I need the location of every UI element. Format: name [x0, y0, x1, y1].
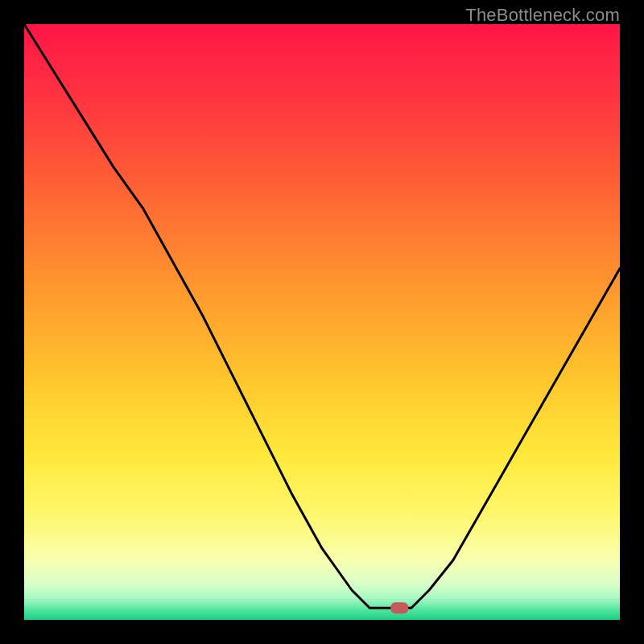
plot-area	[24, 24, 620, 620]
svg-rect-6	[24, 513, 620, 561]
svg-rect-5	[24, 453, 620, 514]
svg-rect-4	[24, 382, 620, 453]
optimum-marker	[390, 602, 408, 613]
svg-rect-2	[24, 203, 620, 293]
svg-rect-7	[24, 560, 620, 584]
svg-rect-0	[24, 24, 620, 114]
attribution-label: TheBottleneck.com	[465, 5, 620, 26]
gradient-background	[24, 24, 620, 620]
svg-rect-9	[24, 599, 620, 611]
chart-container: TheBottleneck.com	[0, 0, 644, 644]
svg-rect-8	[24, 584, 620, 600]
svg-rect-10	[24, 611, 620, 620]
chart-svg	[24, 24, 620, 620]
svg-rect-1	[24, 114, 620, 204]
svg-rect-3	[24, 292, 620, 382]
